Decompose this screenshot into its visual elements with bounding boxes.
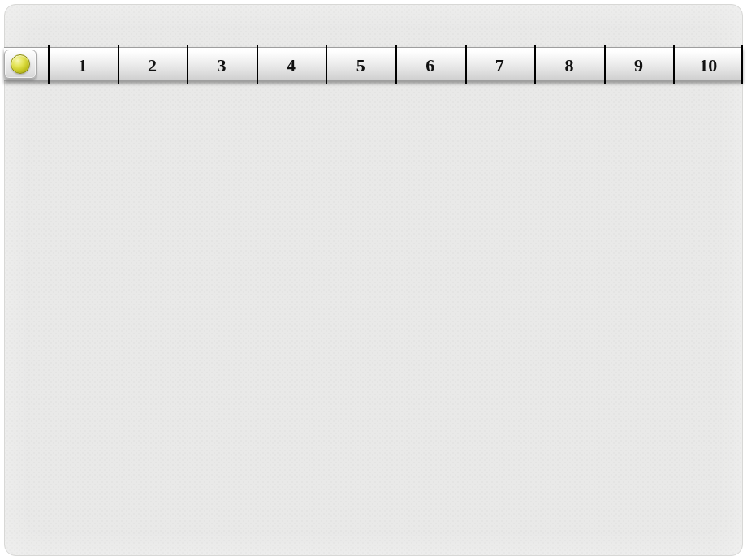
canvas-frame: 1 2 3 4 5 6 7 8 9 [4,4,743,556]
ruler-tick-5: 5 [326,45,395,84]
ruler-tick-3: 3 [187,45,257,84]
ruler-tick-10: 10 [673,45,743,84]
ruler-tick-7: 7 [465,45,535,84]
ruler-tick-label: 7 [465,55,535,76]
ruler-tick-2: 2 [118,45,188,84]
ruler-tick-label: 5 [326,55,395,76]
ruler-tick-label: 10 [673,55,743,76]
ruler-ticks: 1 2 3 4 5 6 7 8 9 [48,45,743,84]
handle-ball-icon [11,54,30,74]
ruler-tick-label: 8 [534,55,604,76]
ruler-tick-4: 4 [257,45,326,84]
ruler-tick-label: 6 [395,55,465,76]
ruler-tick-label: 2 [118,55,188,76]
ruler-tick-label: 1 [48,55,118,76]
ruler-end-tick [741,45,743,84]
ruler[interactable]: 1 2 3 4 5 6 7 8 9 [4,47,743,81]
ruler-tick-1: 1 [48,45,118,84]
ruler-tick-label: 4 [257,55,326,76]
ruler-tick-6: 6 [395,45,465,84]
ruler-tick-label: 3 [187,55,257,76]
ruler-tick-label: 9 [604,55,674,76]
ruler-tick-8: 8 [534,45,604,84]
ruler-tick-9: 9 [604,45,674,84]
ruler-handle[interactable] [4,50,37,79]
